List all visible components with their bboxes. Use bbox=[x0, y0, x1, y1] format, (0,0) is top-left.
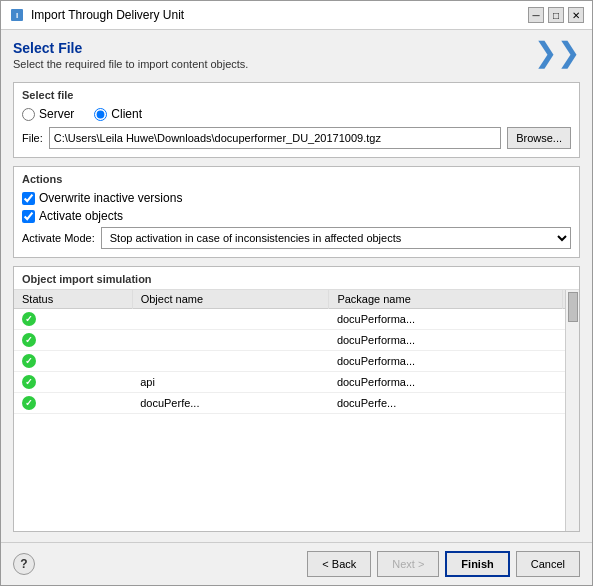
package-name-cell: docuPerforma... bbox=[329, 330, 563, 351]
status-icon: ✓ bbox=[22, 333, 36, 347]
scrollbar-thumb[interactable] bbox=[568, 292, 578, 322]
overwrite-label: Overwrite inactive versions bbox=[39, 191, 182, 205]
status-cell: ✓ bbox=[14, 330, 132, 351]
status-cell: ✓ bbox=[14, 372, 132, 393]
table-header-row: Status Object name Package name bbox=[14, 290, 579, 309]
status-icon: ✓ bbox=[22, 312, 36, 326]
svg-text:I: I bbox=[16, 11, 18, 20]
activate-mode-select[interactable]: Stop activation in case of inconsistenci… bbox=[101, 227, 571, 249]
object-name-cell: docuPerfe... bbox=[132, 393, 329, 414]
object-name-cell bbox=[132, 309, 329, 330]
browse-button[interactable]: Browse... bbox=[507, 127, 571, 149]
page-subtitle: Select the required file to import conte… bbox=[13, 58, 248, 70]
dialog-content: Select File Select the required file to … bbox=[1, 30, 592, 542]
activate-checkbox-row[interactable]: Activate objects bbox=[22, 209, 571, 223]
page-title: Select File bbox=[13, 40, 248, 56]
navigation-arrow-icon: ❯❯ bbox=[534, 36, 580, 69]
select-file-label: Select file bbox=[22, 89, 571, 101]
activate-mode-label: Activate Mode: bbox=[22, 232, 95, 244]
source-selection: Server Client bbox=[22, 107, 571, 121]
package-name-cell: docuPerforma... bbox=[329, 372, 563, 393]
server-radio[interactable] bbox=[22, 108, 35, 121]
file-label: File: bbox=[22, 132, 43, 144]
cancel-button[interactable]: Cancel bbox=[516, 551, 580, 577]
overwrite-checkbox-row[interactable]: Overwrite inactive versions bbox=[22, 191, 571, 205]
overwrite-checkbox[interactable] bbox=[22, 192, 35, 205]
col-object-name: Object name bbox=[132, 290, 329, 309]
status-cell: ✓ bbox=[14, 351, 132, 372]
client-radio-item[interactable]: Client bbox=[94, 107, 142, 121]
file-input[interactable] bbox=[49, 127, 501, 149]
simulation-table-wrapper[interactable]: Status Object name Package name ✓ docuPe… bbox=[14, 290, 579, 531]
table-row: ✓ docuPerforma... bbox=[14, 309, 579, 330]
col-package-name: Package name bbox=[329, 290, 563, 309]
simulation-table: Status Object name Package name ✓ docuPe… bbox=[14, 290, 579, 414]
actions-label: Actions bbox=[22, 173, 571, 185]
status-icon: ✓ bbox=[22, 375, 36, 389]
status-cell: ✓ bbox=[14, 393, 132, 414]
simulation-table-container: Status Object name Package name ✓ docuPe… bbox=[14, 289, 579, 531]
actions-group: Actions Overwrite inactive versions Acti… bbox=[13, 166, 580, 258]
window-controls: ─ □ ✕ bbox=[528, 7, 584, 23]
nav-buttons: < Back Next > Finish Cancel bbox=[307, 551, 580, 577]
status-icon: ✓ bbox=[22, 396, 36, 410]
package-name-cell: docuPerforma... bbox=[329, 309, 563, 330]
package-name-cell: docuPerfe... bbox=[329, 393, 563, 414]
table-row: ✓ docuPerforma... bbox=[14, 330, 579, 351]
next-button[interactable]: Next > bbox=[377, 551, 439, 577]
object-name-cell bbox=[132, 351, 329, 372]
col-status: Status bbox=[14, 290, 132, 309]
main-window: I Import Through Delivery Unit ─ □ ✕ Sel… bbox=[0, 0, 593, 586]
page-header: Select File Select the required file to … bbox=[13, 40, 248, 70]
window-title: Import Through Delivery Unit bbox=[31, 8, 522, 22]
object-name-cell bbox=[132, 330, 329, 351]
table-row: ✓ docuPerforma... bbox=[14, 351, 579, 372]
page-header-section: Select File Select the required file to … bbox=[13, 40, 580, 74]
minimize-button[interactable]: ─ bbox=[528, 7, 544, 23]
server-radio-label: Server bbox=[39, 107, 74, 121]
activate-mode-row: Activate Mode: Stop activation in case o… bbox=[22, 227, 571, 249]
select-file-group: Select file Server Client File: Browse..… bbox=[13, 82, 580, 158]
activate-checkbox[interactable] bbox=[22, 210, 35, 223]
simulation-group: Object import simulation Status Object n… bbox=[13, 266, 580, 532]
activate-label: Activate objects bbox=[39, 209, 123, 223]
status-cell: ✓ bbox=[14, 309, 132, 330]
help-button[interactable]: ? bbox=[13, 553, 35, 575]
bottom-bar: ? < Back Next > Finish Cancel bbox=[1, 542, 592, 585]
server-radio-item[interactable]: Server bbox=[22, 107, 74, 121]
maximize-button[interactable]: □ bbox=[548, 7, 564, 23]
scrollbar-track[interactable] bbox=[565, 290, 579, 531]
simulation-label: Object import simulation bbox=[14, 267, 579, 289]
file-row: File: Browse... bbox=[22, 127, 571, 149]
object-name-cell: api bbox=[132, 372, 329, 393]
finish-button[interactable]: Finish bbox=[445, 551, 509, 577]
status-icon: ✓ bbox=[22, 354, 36, 368]
title-bar: I Import Through Delivery Unit ─ □ ✕ bbox=[1, 1, 592, 30]
package-name-cell: docuPerforma... bbox=[329, 351, 563, 372]
close-button[interactable]: ✕ bbox=[568, 7, 584, 23]
table-row: ✓ api docuPerforma... bbox=[14, 372, 579, 393]
client-radio-label: Client bbox=[111, 107, 142, 121]
window-icon: I bbox=[9, 7, 25, 23]
table-row: ✓ docuPerfe... docuPerfe... bbox=[14, 393, 579, 414]
client-radio[interactable] bbox=[94, 108, 107, 121]
back-button[interactable]: < Back bbox=[307, 551, 371, 577]
